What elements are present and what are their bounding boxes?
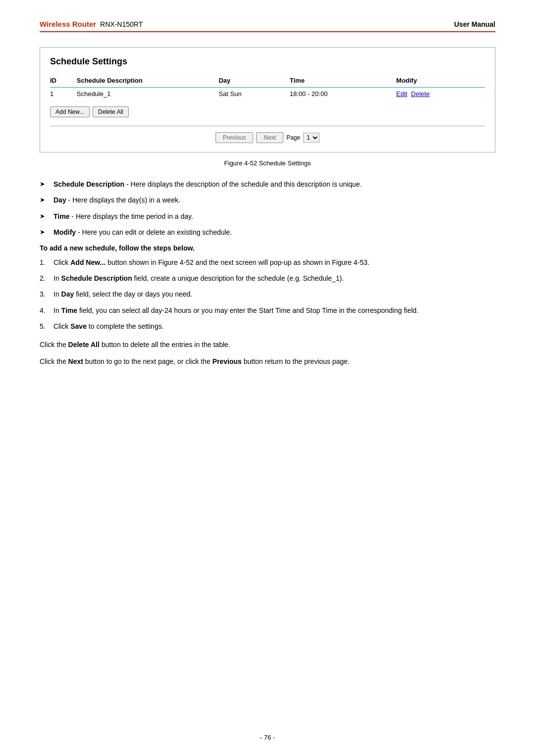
manual-title: User Manual (454, 20, 495, 28)
button-cell: Add New... Delete All (50, 100, 485, 120)
header-left: Wireless Router RNX-N150RT (40, 20, 143, 28)
step-3: 3. In Day field, select the day or days … (40, 289, 495, 300)
bullet-term-0: Schedule Description (54, 180, 124, 188)
step-4: 4. In Time field, you can select all day… (40, 305, 495, 316)
bullet-item-0: ➤ Schedule Description - Here displays t… (40, 179, 495, 190)
col-header-day: Day (218, 75, 289, 88)
action-buttons: Add New... Delete All (50, 106, 482, 117)
edit-link[interactable]: Edit (396, 90, 407, 98)
schedule-table: ID Schedule Description Day Time Modify … (50, 75, 485, 120)
step-num-3: 3. (40, 289, 54, 300)
bullet-arrow-0: ➤ (40, 179, 54, 189)
page-number: - 76 - (260, 734, 275, 741)
brand-name: Wireless Router (40, 20, 96, 28)
bullet-arrow-1: ➤ (40, 195, 54, 205)
bullet-desc-3: - Here you can edit or delete an existin… (76, 228, 232, 236)
pagination: Previous Next Page 1 (50, 130, 485, 145)
bullet-term-3: Modify (54, 228, 76, 236)
figure-caption: Figure 4-52 Schedule Settings (40, 159, 495, 167)
step-num-4: 4. (40, 305, 54, 316)
step-num-5: 5. (40, 321, 54, 332)
para-next-prev: Click the Next button to go to the next … (40, 356, 495, 367)
step-5: 5. Click Save to complete the settings. (40, 321, 495, 332)
bullet-arrow-3: ➤ (40, 227, 54, 237)
bullet-desc-2: - Here displays the time period in a day… (69, 212, 193, 220)
step-num-1: 1. (40, 257, 54, 268)
page-footer: - 76 - (0, 734, 535, 741)
next-button[interactable]: Next (256, 132, 283, 143)
para-delete-all: Click the Delete All button to delete al… (40, 339, 495, 350)
bullet-desc-0: - Here displays the description of the s… (124, 180, 362, 188)
bullet-text-3: Modify - Here you can edit or delete an … (54, 227, 232, 238)
cell-id: 1 (50, 88, 77, 101)
bullet-text-0: Schedule Description - Here displays the… (54, 179, 362, 190)
bullet-term-1: Day (54, 196, 66, 204)
cell-day: Sat Sun (218, 88, 289, 101)
step-text-2: In Schedule Description field, create a … (54, 273, 344, 284)
page-select[interactable]: 1 (303, 133, 320, 143)
page-label: Page (286, 134, 300, 141)
table-header-row: ID Schedule Description Day Time Modify (50, 75, 485, 88)
step-2: 2. In Schedule Description field, create… (40, 273, 495, 284)
steps-heading: To add a new schedule, follow the steps … (40, 244, 495, 252)
step-1: 1. Click Add New... button shown in Figu… (40, 257, 495, 268)
bullet-term-2: Time (54, 212, 69, 220)
previous-button[interactable]: Previous (215, 132, 254, 143)
bullet-text-2: Time - Here displays the time period in … (54, 211, 193, 222)
bullet-text-1: Day - Here displays the day(s) in a week… (54, 195, 180, 205)
bullet-section: ➤ Schedule Description - Here displays t… (40, 179, 495, 238)
button-row: Add New... Delete All (50, 100, 485, 120)
bullet-arrow-2: ➤ (40, 211, 54, 221)
steps-section: To add a new schedule, follow the steps … (40, 244, 495, 332)
bullet-item-3: ➤ Modify - Here you can edit or delete a… (40, 227, 495, 238)
page-header: Wireless Router RNX-N150RT User Manual (40, 20, 495, 32)
bullet-item-2: ➤ Time - Here displays the time period i… (40, 211, 495, 222)
col-header-modify: Modify (396, 75, 485, 88)
step-text-4: In Time field, you can select all day-24… (54, 305, 419, 316)
col-header-id: ID (50, 75, 77, 88)
step-text-5: Click Save to complete the settings. (54, 321, 164, 332)
bullet-item-1: ➤ Day - Here displays the day(s) in a we… (40, 195, 495, 205)
step-text-1: Click Add New... button shown in Figure … (54, 257, 370, 268)
col-header-desc: Schedule Description (77, 75, 219, 88)
cell-time: 18:00 - 20:00 (290, 88, 396, 101)
cell-modify: Edit Delete (396, 88, 485, 101)
separator (50, 126, 485, 126)
delete-all-button[interactable]: Delete All (93, 106, 129, 117)
add-new-button[interactable]: Add New... (50, 106, 90, 117)
bullet-desc-1: - Here displays the day(s) in a week. (66, 196, 180, 204)
schedule-settings-box: Schedule Settings ID Schedule Descriptio… (40, 47, 495, 152)
table-row: 1 Schedule_1 Sat Sun 18:00 - 20:00 Edit … (50, 88, 485, 101)
cell-description: Schedule_1 (77, 88, 219, 101)
page: Wireless Router RNX-N150RT User Manual S… (0, 0, 535, 756)
step-text-3: In Day field, select the day or days you… (54, 289, 192, 300)
delete-link[interactable]: Delete (411, 90, 430, 98)
step-num-2: 2. (40, 273, 54, 284)
settings-title: Schedule Settings (50, 56, 485, 67)
col-header-time: Time (290, 75, 396, 88)
model-name: RNX-N150RT (100, 20, 143, 28)
